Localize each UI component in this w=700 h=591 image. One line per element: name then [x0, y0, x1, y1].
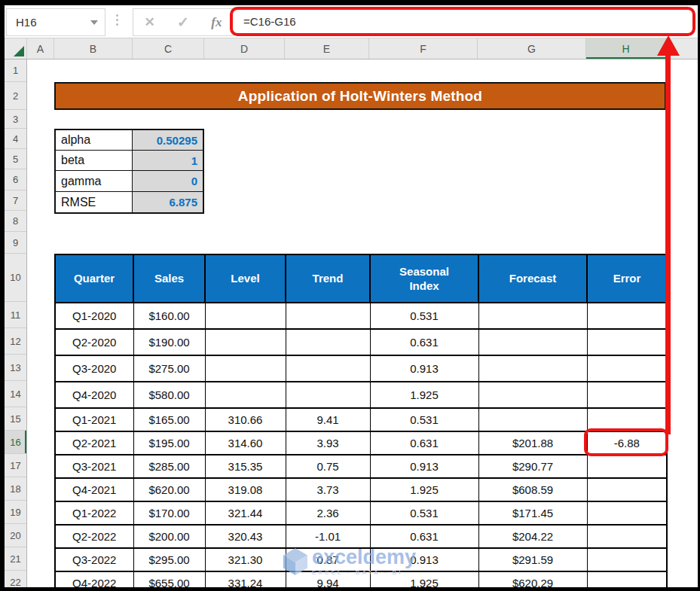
- table-cell[interactable]: [205, 382, 286, 408]
- table-cell[interactable]: 2.36: [286, 501, 370, 525]
- insert-function-icon[interactable]: fx: [211, 15, 222, 30]
- table-cell[interactable]: [286, 355, 370, 382]
- table-cell[interactable]: 3.73: [286, 478, 370, 501]
- table-cell[interactable]: [587, 548, 667, 571]
- table-header-sales[interactable]: Sales: [133, 254, 205, 303]
- column-header-B[interactable]: B: [54, 38, 133, 59]
- row-header-9[interactable]: 9: [5, 232, 26, 254]
- table-cell[interactable]: Q1-2021: [55, 408, 133, 431]
- row-header-6[interactable]: 6: [5, 169, 26, 190]
- table-cell[interactable]: 321.44: [205, 501, 286, 525]
- table-cell[interactable]: 0.531: [370, 303, 478, 329]
- table-cell[interactable]: [205, 355, 286, 382]
- parameter-label-cell[interactable]: beta: [56, 151, 133, 170]
- table-cell[interactable]: Q2-2020: [55, 329, 133, 355]
- column-header-C[interactable]: C: [133, 38, 204, 59]
- table-cell[interactable]: $620.29: [478, 571, 587, 587]
- table-cell[interactable]: Q4-2020: [55, 382, 133, 408]
- row-header-19[interactable]: 19: [5, 501, 26, 524]
- table-cell[interactable]: $620.00: [133, 478, 205, 501]
- name-box[interactable]: H16: [6, 8, 105, 36]
- table-cell[interactable]: $295.00: [133, 548, 205, 571]
- row-header-4[interactable]: 4: [5, 129, 26, 149]
- parameter-value-cell[interactable]: 0.50295: [133, 130, 203, 150]
- row-header-2[interactable]: 2: [5, 82, 26, 110]
- table-cell[interactable]: 314.60: [205, 431, 286, 455]
- row-header-8[interactable]: 8: [5, 211, 26, 232]
- table-cell[interactable]: $200.00: [133, 525, 205, 548]
- table-cell[interactable]: 0.631: [370, 329, 478, 355]
- table-cell[interactable]: $171.45: [478, 501, 587, 525]
- enter-icon[interactable]: ✓: [177, 14, 189, 31]
- table-cell[interactable]: [587, 478, 667, 501]
- parameter-value-cell[interactable]: 0: [133, 171, 203, 191]
- table-cell[interactable]: 331.24: [205, 571, 286, 587]
- table-cell[interactable]: Q4-2021: [55, 478, 133, 501]
- table-cell[interactable]: [478, 355, 587, 382]
- table-cell[interactable]: [587, 355, 667, 382]
- table-cell[interactable]: $201.88: [478, 431, 587, 455]
- table-cell[interactable]: [286, 303, 370, 329]
- table-cell[interactable]: $285.00: [133, 455, 205, 478]
- formula-input[interactable]: =C16-G16: [233, 15, 296, 28]
- row-header-10[interactable]: 10: [5, 254, 26, 302]
- table-cell[interactable]: [587, 303, 667, 329]
- row-header-16[interactable]: 16: [5, 431, 26, 454]
- table-cell[interactable]: 0.531: [370, 408, 478, 431]
- table-cell[interactable]: [587, 501, 667, 525]
- row-header-13[interactable]: 13: [5, 355, 26, 381]
- table-cell[interactable]: [587, 329, 667, 355]
- table-cell[interactable]: [478, 408, 587, 431]
- table-cell[interactable]: 321.30: [205, 548, 286, 571]
- name-box-dropdown-icon[interactable]: [90, 20, 98, 25]
- column-header-G[interactable]: G: [478, 38, 586, 59]
- table-cell[interactable]: $580.00: [133, 382, 205, 408]
- table-cell[interactable]: [587, 571, 667, 587]
- table-cell[interactable]: $291.59: [478, 548, 587, 571]
- select-all-corner[interactable]: [5, 38, 27, 59]
- formula-bar-splitter-icon[interactable]: [116, 14, 118, 26]
- table-cell[interactable]: $204.22: [478, 525, 587, 548]
- table-cell[interactable]: 0.913: [370, 355, 478, 382]
- table-cell[interactable]: [478, 329, 587, 355]
- table-cell[interactable]: 0.913: [370, 455, 478, 478]
- column-header-A[interactable]: A: [27, 38, 54, 59]
- table-cell[interactable]: 310.66: [205, 408, 286, 431]
- row-header-5[interactable]: 5: [5, 149, 26, 169]
- row-header-11[interactable]: 11: [5, 302, 26, 328]
- table-header-trend[interactable]: Trend: [286, 254, 370, 303]
- table-header-quarter[interactable]: Quarter: [55, 254, 133, 303]
- row-header-20[interactable]: 20: [5, 524, 26, 547]
- column-header-E[interactable]: E: [285, 38, 369, 59]
- table-header-forecast[interactable]: Forecast: [478, 254, 587, 303]
- table-cell[interactable]: 319.08: [205, 478, 286, 501]
- table-cell[interactable]: [205, 329, 286, 355]
- table-cell[interactable]: 0.631: [370, 431, 478, 455]
- row-header-22[interactable]: 22: [5, 571, 26, 587]
- row-header-18[interactable]: 18: [5, 477, 26, 501]
- table-cell[interactable]: $190.00: [133, 329, 205, 355]
- table-cell[interactable]: Q2-2021: [55, 431, 133, 455]
- parameter-label-cell[interactable]: alpha: [56, 130, 133, 150]
- cancel-icon[interactable]: ✕: [145, 14, 155, 30]
- table-cell[interactable]: 315.35: [205, 455, 286, 478]
- table-header-level[interactable]: Level: [205, 254, 286, 303]
- title-banner-cell[interactable]: Application of Holt-Winters Method: [54, 82, 666, 110]
- table-cell[interactable]: 1.925: [370, 478, 478, 501]
- table-cell[interactable]: 3.93: [286, 431, 370, 455]
- table-cell[interactable]: 320.43: [205, 525, 286, 548]
- table-cell[interactable]: [286, 329, 370, 355]
- table-cell[interactable]: $160.00: [133, 303, 205, 329]
- table-cell[interactable]: [587, 525, 667, 548]
- column-header-F[interactable]: F: [369, 38, 478, 59]
- parameter-label-cell[interactable]: RMSE: [56, 192, 133, 212]
- row-header-14[interactable]: 14: [5, 381, 26, 407]
- table-cell[interactable]: $290.77: [478, 455, 587, 478]
- table-cell[interactable]: -1.01: [286, 525, 370, 548]
- table-cell[interactable]: [286, 382, 370, 408]
- table-cell[interactable]: 1.925: [370, 382, 478, 408]
- table-cell[interactable]: Q1-2020: [55, 303, 133, 329]
- row-header-3[interactable]: 3: [5, 110, 26, 129]
- table-cell[interactable]: [587, 455, 667, 478]
- parameter-value-cell[interactable]: 6.875: [133, 192, 203, 212]
